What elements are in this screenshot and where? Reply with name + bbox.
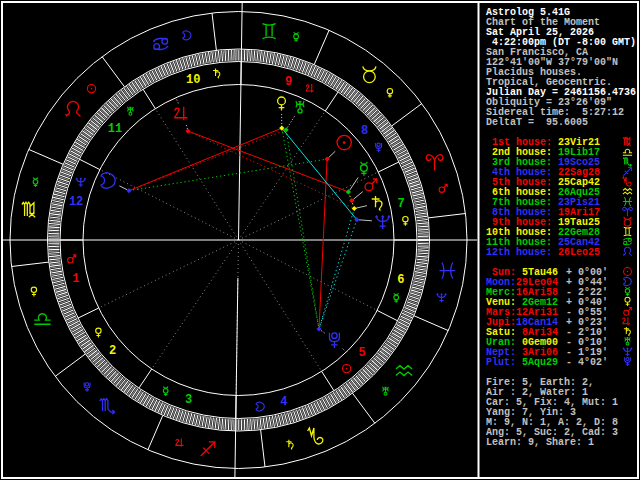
svg-text:- 4°02': - 4°02' bbox=[566, 357, 608, 368]
svg-text:3: 3 bbox=[185, 393, 192, 407]
svg-text:8: 8 bbox=[361, 124, 368, 138]
svg-text:5: 5 bbox=[358, 346, 365, 360]
svg-text:12: 12 bbox=[69, 195, 83, 209]
svg-text:5Aqu29: 5Aqu29 bbox=[516, 357, 558, 368]
svg-text:7: 7 bbox=[398, 197, 405, 211]
svg-text:6: 6 bbox=[397, 273, 404, 287]
svg-text:Plut:: Plut: bbox=[486, 357, 516, 368]
svg-text:12th house:: 12th house: bbox=[486, 247, 552, 258]
svg-text:26Leo25: 26Leo25 bbox=[558, 247, 600, 258]
svg-text:10: 10 bbox=[186, 73, 200, 87]
svg-text:4: 4 bbox=[280, 395, 287, 409]
svg-text:11: 11 bbox=[108, 122, 122, 136]
svg-text:Learn: 9, Share: 1: Learn: 9, Share: 1 bbox=[486, 437, 594, 448]
svg-text:9: 9 bbox=[285, 75, 292, 89]
svg-text:1: 1 bbox=[72, 272, 79, 286]
svg-text:DeltaT = 95.6005: DeltaT = 95.6005 bbox=[486, 117, 588, 128]
svg-text:2: 2 bbox=[109, 344, 116, 358]
